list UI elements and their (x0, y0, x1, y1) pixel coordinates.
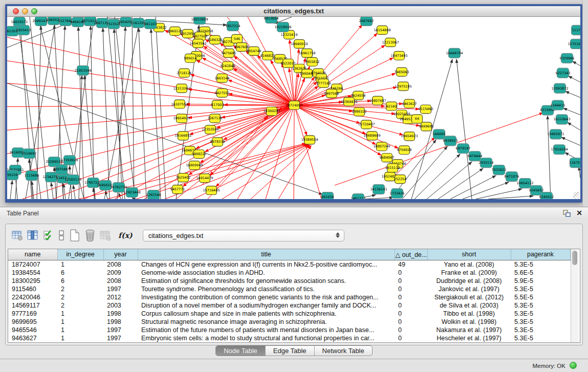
graph-node[interactable]: 2055413 (16, 25, 31, 35)
graph-node[interactable]: 9756928 (397, 146, 412, 155)
resize-grip[interactable] (573, 192, 580, 199)
table-cell[interactable]: 5.3E-5 (511, 285, 570, 293)
graph-edge[interactable] (7, 105, 294, 107)
table-cell[interactable]: Tibbo et al. (1998) (427, 310, 511, 318)
graph-edge[interactable] (224, 105, 294, 105)
table-cell[interactable]: 6 (57, 276, 103, 285)
window-titlebar[interactable]: citations_edges.txt (7, 6, 580, 17)
graph-node[interactable]: 1115686 (25, 171, 39, 181)
graph-node[interactable]: 15720407 (358, 120, 375, 129)
graph-edge[interactable] (63, 184, 66, 199)
table-cell[interactable]: 0 (395, 276, 427, 285)
table-cell[interactable]: Corpus callosum shape and size in male p… (138, 310, 395, 318)
graph-edge[interactable] (103, 28, 110, 199)
table-cell[interactable]: 9463627 (8, 334, 57, 342)
graph-node[interactable]: 16961758 (298, 49, 315, 57)
column-visibility-button[interactable] (26, 229, 39, 242)
graph-node[interactable]: 18807249 (373, 142, 390, 151)
select-rows-button[interactable] (41, 229, 55, 242)
graph-node[interactable]: 17016504 (551, 145, 568, 155)
table-cell[interactable]: 1 (57, 318, 103, 326)
table-cell[interactable]: 2 (57, 285, 103, 293)
graph-node[interactable]: 2935114 (479, 158, 494, 168)
graph-edge[interactable] (476, 189, 522, 199)
graph-edge[interactable] (569, 76, 580, 82)
table-cell[interactable]: 2008 (103, 260, 138, 268)
graph-node[interactable]: 12923448 (123, 188, 140, 198)
graph-node[interactable]: 21053346 (74, 65, 91, 75)
graph-node[interactable]: 8938923 (443, 136, 458, 146)
table-row[interactable]: 911546021997Tourette syndrome. Phenomeno… (8, 285, 570, 293)
graph-node[interactable]: 16107554 (171, 100, 188, 108)
graph-edge[interactable] (73, 185, 75, 199)
import-table-disabled-button[interactable] (99, 229, 112, 242)
graph-node[interactable]: 15751074 (568, 39, 580, 49)
table-row[interactable]: 946362711997Embryonic stem cells: a mode… (8, 334, 570, 342)
graph-edge[interactable] (10, 181, 12, 199)
graph-node[interactable]: 961103 (144, 19, 157, 29)
table-cell[interactable]: Nakamura et al. (1997) (427, 326, 511, 334)
table-cell[interactable]: Tourette syndrome. Phenomenology and cla… (138, 285, 395, 293)
graph-node[interactable]: 20206535 (46, 157, 62, 167)
graph-node[interactable]: 7032621 (492, 165, 507, 175)
graph-node[interactable]: 817003 (211, 100, 224, 109)
table-cell[interactable]: 6 (57, 268, 103, 276)
column-header-title[interactable]: title (138, 249, 395, 260)
graph-node[interactable]: 961034 (321, 192, 334, 199)
graph-node[interactable]: 62160 (386, 102, 397, 111)
graph-node[interactable]: 1733426 (390, 189, 405, 199)
graph-edge[interactable] (488, 196, 533, 199)
graph-node[interactable]: 12213363 (173, 84, 190, 93)
graph-node[interactable]: 5498222 (192, 150, 207, 159)
tab-edge-table[interactable]: Edge Table (265, 346, 314, 356)
tab-network-table[interactable]: Network Table (314, 346, 372, 356)
graph-node[interactable]: 11176 (572, 25, 581, 35)
graph-node[interactable]: 3267130 (208, 114, 223, 123)
table-cell[interactable]: 1997 (103, 326, 138, 334)
graph-node[interactable]: 1244415 (551, 100, 565, 110)
table-cell[interactable]: 0 (395, 301, 427, 309)
graph-edge[interactable] (278, 145, 311, 199)
graph-edge[interactable] (365, 198, 393, 199)
table-cell[interactable]: 14569117 (8, 301, 57, 309)
graph-node[interactable]: 9227343 (556, 68, 571, 78)
table-cell[interactable]: Estimation of significance thresholds fo… (138, 276, 395, 285)
graph-node[interactable]: 2516692 (22, 149, 37, 159)
table-row[interactable]: 1872400712008Changes of HCN gene express… (8, 260, 570, 268)
table-row[interactable]: 2242004622012Investigating the contribut… (8, 293, 570, 301)
graph-edge[interactable] (294, 105, 321, 199)
graph-edge[interactable] (548, 116, 551, 199)
table-cell[interactable]: 9777169 (8, 310, 57, 318)
graph-edge[interactable] (132, 17, 134, 199)
graph-edge[interactable] (91, 26, 94, 199)
graph-edge[interactable] (294, 105, 294, 199)
graph-node[interactable]: 9777169 (316, 79, 331, 87)
table-cell[interactable]: Franke et al. (2009) (427, 268, 511, 276)
column-header-short[interactable]: short (427, 249, 511, 260)
table-cell[interactable]: 1997 (103, 334, 138, 342)
table-cell[interactable]: Yano et al. (2008) (427, 260, 511, 268)
table-scrollbar[interactable] (571, 249, 579, 342)
graph-edge[interactable] (69, 17, 94, 199)
column-header-pagerank[interactable]: pagerank (511, 249, 570, 260)
graph-node[interactable]: 9463627 (402, 99, 417, 108)
table-cell[interactable]: 18300295 (8, 276, 57, 285)
graph-node[interactable]: 9242848 (221, 61, 235, 70)
graph-node[interactable]: 9475685 (222, 49, 236, 57)
graph-node[interactable]: 8471076 (505, 172, 519, 182)
graph-edge[interactable] (151, 29, 161, 199)
graph-edge[interactable] (197, 60, 294, 105)
column-header-year[interactable]: year (103, 249, 138, 260)
table-cell[interactable]: 5.5E-5 (511, 293, 570, 301)
graph-edge[interactable] (456, 59, 472, 199)
table-cell[interactable]: Jankovic et al. (1997) (427, 285, 511, 293)
graph-node[interactable]: 1461213 (351, 194, 366, 199)
graph-edge[interactable] (183, 105, 294, 187)
graph-node[interactable]: 7955812 (305, 57, 320, 66)
graph-edge[interactable] (565, 92, 580, 98)
graph-node[interactable]: 18640910 (291, 39, 308, 48)
table-cell[interactable]: 0 (395, 326, 427, 334)
graph-node[interactable]: 16154808 (374, 26, 390, 34)
graph-node[interactable]: 19384554 (301, 136, 318, 144)
table-cell[interactable]: 1 (57, 310, 103, 318)
